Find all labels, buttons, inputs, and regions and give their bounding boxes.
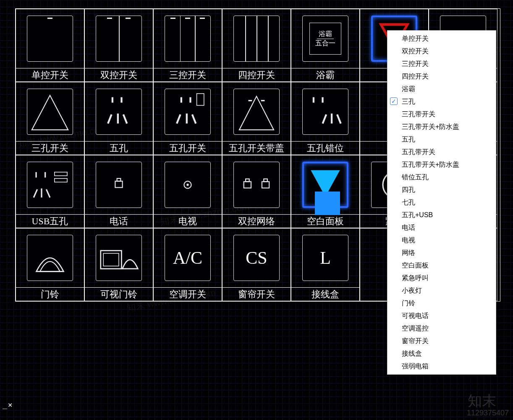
palette-cell[interactable]: 浴霸五合一浴霸: [291, 9, 360, 82]
palette-label: 双控网络: [222, 214, 291, 228]
context-menu-item-label: 紧急呼叫: [402, 274, 429, 283]
palette-cell[interactable]: 五孔开关: [153, 82, 222, 155]
context-menu-item[interactable]: 四孔: [387, 184, 496, 196]
context-menu-item[interactable]: 三孔带开关: [387, 108, 496, 121]
palette-label: 空白面板: [291, 214, 359, 228]
svg-rect-33: [244, 181, 251, 188]
palette-label: 单控开关: [16, 68, 84, 81]
palette-label: USB五孔: [16, 214, 84, 228]
context-menu-item[interactable]: 接线盒: [387, 347, 496, 360]
svg-rect-4: [120, 97, 122, 102]
context-menu-item[interactable]: 五孔+USB: [387, 209, 496, 221]
palette-cell[interactable]: 单控开关: [16, 9, 84, 82]
context-menu-item[interactable]: 错位五孔: [387, 171, 496, 184]
svg-rect-30: [117, 178, 121, 181]
context-menu-item[interactable]: 门铃: [387, 297, 496, 310]
svg-rect-17: [313, 97, 314, 102]
context-menu-item[interactable]: 五孔带开关: [387, 146, 496, 158]
svg-line-10: [177, 114, 181, 123]
palette-cell[interactable]: USB五孔: [16, 155, 84, 228]
context-menu-item[interactable]: 浴霸: [387, 83, 496, 95]
context-menu-item[interactable]: 三孔带开关+防水盖: [387, 121, 496, 133]
context-menu-item-label: 窗帘开关: [402, 337, 429, 346]
palette-thumb[interactable]: [16, 155, 84, 214]
context-menu-item[interactable]: 七孔: [387, 196, 496, 209]
context-menu-item[interactable]: 可视电话: [387, 310, 496, 322]
context-menu-item[interactable]: 空调遥控: [387, 322, 496, 335]
palette-cell[interactable]: A/C空调开关: [153, 228, 222, 301]
context-menu-item[interactable]: 单控开关: [387, 32, 496, 45]
palette-thumb[interactable]: [85, 228, 153, 287]
context-menu-item[interactable]: 窗帘开关: [387, 335, 496, 347]
context-menu-item-label: 浴霸: [402, 85, 415, 94]
palette-thumb[interactable]: [154, 155, 222, 214]
5hole-sw-icon: [165, 89, 211, 135]
context-menu-item[interactable]: 网络: [387, 247, 496, 259]
context-menu-item[interactable]: 五孔带开关+防水盖: [387, 158, 496, 171]
palette-thumb[interactable]: [16, 82, 84, 141]
palette-thumb[interactable]: [291, 82, 359, 141]
context-menu-item[interactable]: 强弱电箱: [387, 360, 496, 373]
context-menu-item[interactable]: 三控开关: [387, 58, 496, 70]
palette-thumb[interactable]: [222, 155, 291, 214]
palette-cell[interactable]: 三孔开关: [16, 82, 84, 155]
palette-cell[interactable]: 空白面板: [291, 155, 360, 228]
palette-thumb[interactable]: 浴霸五合一: [291, 9, 359, 68]
palette-label: 五孔开关带盖: [222, 141, 291, 155]
svg-rect-35: [262, 181, 269, 188]
palette-cell[interactable]: CS窗帘开关: [222, 228, 291, 301]
context-menu-item[interactable]: 小夜灯: [387, 284, 496, 297]
palette-thumb[interactable]: [85, 155, 153, 214]
context-menu-item[interactable]: 电视: [387, 234, 496, 247]
palette-thumb[interactable]: [154, 82, 222, 141]
usb5-icon: [27, 162, 73, 208]
tv-icon: [165, 162, 211, 208]
palette-cell[interactable]: 五孔错位: [291, 82, 360, 155]
palette-thumb[interactable]: L: [291, 228, 359, 287]
palette-cell[interactable]: L接线盒: [291, 228, 360, 301]
yuba-icon: 浴霸五合一: [302, 16, 348, 62]
svg-point-32: [186, 184, 188, 186]
palette-thumb[interactable]: [291, 155, 359, 214]
palette-cell[interactable]: 双控网络: [222, 155, 291, 228]
context-menu[interactable]: 单控开关双控开关三控开关四控开关浴霸✓三孔三孔带开关三孔带开关+防水盖五孔五孔带…: [387, 30, 496, 375]
context-menu-item[interactable]: 电话: [387, 221, 496, 234]
palette-thumb[interactable]: A/C: [154, 228, 222, 287]
palette-thumb[interactable]: [16, 228, 84, 287]
svg-rect-27: [41, 189, 42, 198]
palette-thumb[interactable]: CS: [222, 228, 291, 287]
palette-cell[interactable]: 三控开关: [153, 9, 222, 82]
svg-line-12: [192, 114, 196, 123]
context-menu-item[interactable]: 空白面板: [387, 259, 496, 272]
palette-label: 浴霸: [291, 68, 359, 81]
palette-cell[interactable]: 五孔开关带盖: [222, 82, 291, 155]
context-menu-item-label: 电话: [402, 223, 415, 232]
command-line[interactable]: _×: [3, 400, 13, 409]
palette-cell[interactable]: 电话: [84, 155, 153, 228]
tri-switch-icon: [27, 89, 73, 135]
context-menu-item[interactable]: ✓三孔: [387, 95, 496, 108]
palette-cell[interactable]: 四控开关: [222, 9, 291, 82]
palette-cell[interactable]: 门铃: [16, 228, 84, 301]
palette-thumb[interactable]: [16, 9, 84, 68]
palette-thumb[interactable]: [222, 9, 291, 68]
context-menu-item-label: 接线盒: [402, 349, 422, 358]
palette-cell[interactable]: 电视: [153, 155, 222, 228]
palette-cell[interactable]: 五孔: [84, 82, 153, 155]
palette-cell[interactable]: 双控开关: [84, 9, 153, 82]
svg-rect-36: [264, 179, 267, 181]
palette-thumb[interactable]: [85, 9, 153, 68]
context-menu-item[interactable]: 双控开关: [387, 45, 496, 58]
palette-thumb[interactable]: [222, 82, 291, 141]
palette-thumb[interactable]: [85, 82, 153, 141]
palette-cell[interactable]: 可视门铃: [84, 228, 153, 301]
palette-thumb[interactable]: [154, 9, 222, 68]
svg-marker-37: [311, 170, 340, 197]
context-menu-item[interactable]: 五孔: [387, 133, 496, 146]
context-menu-item[interactable]: 四控开关: [387, 70, 496, 83]
svg-line-26: [34, 189, 37, 197]
svg-rect-11: [186, 113, 188, 123]
context-menu-item[interactable]: 紧急呼叫: [387, 272, 496, 284]
svg-rect-9: [189, 97, 191, 102]
palette-label: 可视门铃: [85, 287, 153, 301]
